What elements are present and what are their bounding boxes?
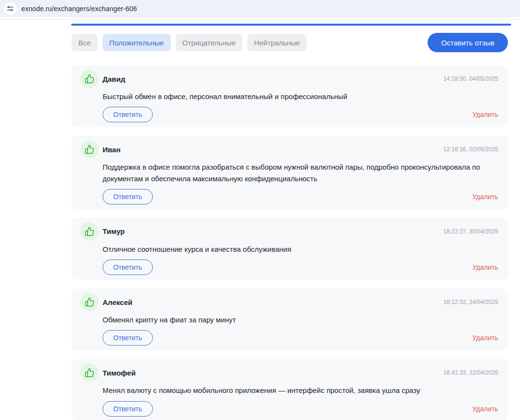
browser-address-bar[interactable]: exnode.ru/exchangers/exchanger-606 bbox=[0, 0, 520, 17]
active-section-underline bbox=[71, 24, 511, 26]
page-divider bbox=[0, 19, 520, 20]
reviewer-name: Тимофей bbox=[103, 369, 135, 377]
reply-button[interactable]: Ответить bbox=[103, 401, 153, 417]
delete-link[interactable]: Удалить bbox=[473, 193, 498, 201]
review-card: Алексей 16:12:02, 24/04/2025 Обменял кри… bbox=[72, 289, 508, 350]
review-card-footer: Ответить Удалить bbox=[103, 330, 498, 346]
review-filter-tabs: Все Положительные Отрицательные Нейтраль… bbox=[72, 34, 307, 51]
review-timestamp: 16:41:33, 22/04/2025 bbox=[444, 369, 498, 376]
reviewer-name: Иван bbox=[103, 145, 120, 154]
review-text: Отличное соотношение курса и качества об… bbox=[103, 244, 498, 255]
delete-link[interactable]: Удалить bbox=[473, 334, 498, 342]
review-card-header: Тимур 18:22:27, 30/04/2025 bbox=[80, 222, 498, 241]
review-text: Быстрый обмен в офисе, персонал внимател… bbox=[103, 91, 498, 102]
review-text: Обменял крипту на фиат за пару минут bbox=[103, 314, 498, 325]
reply-button[interactable]: Ответить bbox=[103, 189, 153, 204]
review-card-footer: Ответить Удалить bbox=[103, 189, 498, 204]
tune-icon bbox=[6, 5, 14, 13]
review-timestamp: 16:12:02, 24/04/2025 bbox=[444, 299, 498, 305]
review-card: Давид 14:28:50, 04/05/2025 Быстрый обмен… bbox=[72, 65, 508, 127]
positive-review-badge bbox=[80, 363, 99, 382]
reviewer-name: Тимур bbox=[103, 227, 125, 235]
positive-review-badge bbox=[80, 140, 99, 159]
review-timestamp: 14:28:50, 04/05/2025 bbox=[444, 75, 498, 82]
review-card: Тимофей 16:41:33, 22/04/2025 Менял валют… bbox=[72, 359, 508, 420]
filter-tab-negative[interactable]: Отрицательные bbox=[176, 34, 242, 51]
positive-review-badge bbox=[80, 222, 99, 241]
delete-link[interactable]: Удалить bbox=[473, 405, 498, 413]
positive-review-badge bbox=[80, 293, 99, 311]
filter-tab-positive[interactable]: Положительные bbox=[103, 34, 171, 51]
thumbs-up-icon bbox=[85, 227, 94, 236]
thumbs-up-icon bbox=[85, 368, 94, 377]
review-timestamp: 12:16:16, 02/05/2025 bbox=[444, 146, 498, 153]
review-text: Менял валюту с помощью мобильного прилож… bbox=[103, 385, 498, 396]
reply-button[interactable]: Ответить bbox=[103, 260, 153, 275]
filter-tab-all[interactable]: Все bbox=[72, 34, 98, 51]
review-card-header: Алексей 16:12:02, 24/04/2025 bbox=[80, 293, 498, 311]
delete-link[interactable]: Удалить bbox=[473, 111, 498, 118]
reviewer-name: Алексей bbox=[103, 298, 133, 306]
delete-link[interactable]: Удалить bbox=[473, 263, 498, 271]
review-text: Поддержка в офисе помогла разобраться с … bbox=[103, 161, 498, 184]
filter-row: Все Положительные Отрицательные Нейтраль… bbox=[72, 33, 508, 52]
review-card-footer: Ответить Удалить bbox=[103, 107, 498, 122]
review-card-header: Давид 14:28:50, 04/05/2025 bbox=[80, 70, 498, 88]
filter-tab-neutral[interactable]: Нейтральные bbox=[247, 34, 307, 51]
positive-review-badge bbox=[80, 70, 99, 88]
reviews-list: Давид 14:28:50, 04/05/2025 Быстрый обмен… bbox=[72, 65, 508, 420]
reviews-section: Все Положительные Отрицательные Нейтраль… bbox=[72, 33, 508, 420]
review-card-header: Тимофей 16:41:33, 22/04/2025 bbox=[80, 363, 498, 382]
review-card: Иван 12:16:16, 02/05/2025 Поддержка в оф… bbox=[72, 136, 508, 209]
reply-button[interactable]: Ответить bbox=[103, 330, 153, 346]
review-card-header: Иван 12:16:16, 02/05/2025 bbox=[80, 140, 498, 159]
review-card: Тимур 18:22:27, 30/04/2025 Отличное соот… bbox=[72, 218, 508, 280]
thumbs-up-icon bbox=[85, 145, 94, 154]
review-card-footer: Ответить Удалить bbox=[103, 401, 498, 417]
url-text[interactable]: exnode.ru/exchangers/exchanger-606 bbox=[21, 5, 137, 13]
site-settings-icon[interactable] bbox=[4, 2, 16, 15]
review-timestamp: 18:22:27, 30/04/2025 bbox=[444, 228, 498, 235]
thumbs-up-icon bbox=[85, 297, 94, 307]
reviewer-name: Давид bbox=[103, 75, 125, 83]
review-card-footer: Ответить Удалить bbox=[103, 260, 498, 275]
reply-button[interactable]: Ответить bbox=[103, 107, 153, 122]
leave-review-button[interactable]: Оставить отзыв bbox=[428, 33, 508, 52]
thumbs-up-icon bbox=[85, 74, 94, 84]
